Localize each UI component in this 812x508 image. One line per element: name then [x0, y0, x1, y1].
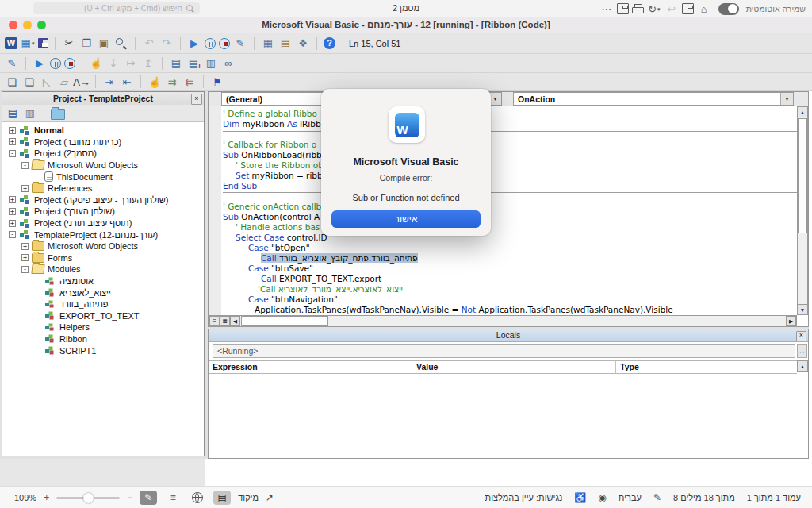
quick-watch-button[interactable]: ∞ — [221, 56, 236, 71]
code-line[interactable]: Dim myRibbon As IRibb — [223, 119, 799, 129]
code-line[interactable]: Call EXPORT_TO_TEXT.export — [223, 274, 799, 284]
tree-item[interactable]: -TemplateProject (עורך-מנחם-12) — [2, 229, 204, 241]
toggle-folders-button[interactable] — [51, 109, 65, 120]
watch-window-button[interactable]: ▥ — [204, 56, 218, 71]
tree-item[interactable]: אוטומציה — [2, 275, 204, 287]
design-mode-button[interactable]: ✎ — [5, 56, 19, 71]
expand-icon[interactable]: + — [9, 208, 16, 215]
code-line[interactable]: Application.TaskPanes(wdTaskPaneNav).Vis… — [223, 305, 799, 315]
expand-icon[interactable]: ↗ — [266, 492, 274, 503]
tree-item[interactable]: +Normal — [2, 125, 204, 137]
code-line[interactable]: Case "btOpen" — [223, 243, 799, 253]
full-module-view-button[interactable]: ≣ — [220, 316, 230, 326]
expand-icon[interactable]: + — [21, 185, 29, 192]
expand-icon[interactable]: + — [9, 196, 16, 203]
code-line[interactable]: ' Generic onAction callb — [223, 202, 799, 212]
code-line[interactable]: Case "btnNavigation" — [223, 294, 799, 305]
object-browser-button[interactable]: ❖ — [296, 37, 310, 51]
tree-item[interactable]: -Project (מסמך2) — [2, 148, 204, 160]
tree-item[interactable]: פתיחה_בוורד — [2, 298, 204, 310]
paste-button[interactable]: ▣ — [97, 37, 111, 51]
quick-info-button[interactable]: ◺ — [40, 75, 54, 89]
tree-item[interactable]: +Project (שולחן העורך) — [2, 206, 204, 217]
tree-item[interactable]: Helpers — [2, 321, 204, 333]
expand-icon[interactable]: + — [9, 138, 16, 145]
vertical-scroll-thumb[interactable] — [798, 118, 807, 233]
toggle-breakpoint-button[interactable]: ☝ — [89, 56, 103, 71]
tree-item[interactable]: SCRIPT1 — [2, 344, 204, 356]
undo-icon[interactable]: ↩ — [665, 2, 679, 16]
view-word-button[interactable]: W — [5, 37, 17, 49]
code-line[interactable]: End Sub — [223, 181, 799, 191]
code-line[interactable]: Set myRibbon = ribb — [223, 171, 799, 181]
zoom-slider-thumb[interactable] — [83, 493, 94, 503]
indent-button[interactable]: ⇥ — [102, 75, 117, 89]
reset-button[interactable] — [219, 38, 230, 49]
outline-view-button[interactable]: ≡ — [164, 491, 182, 505]
web-layout-button[interactable] — [189, 491, 206, 505]
code-line[interactable]: ' Handle actions bas — [223, 222, 799, 233]
find-button[interactable] — [114, 37, 128, 51]
insert-userform-button[interactable]: ▦▾ — [21, 37, 35, 51]
code-line[interactable]: 'Call ייצוא_לאוצריא.ייצא_מוורד_לאוצריא — [223, 284, 799, 294]
procedure-view-button[interactable]: ≡ — [209, 316, 220, 326]
focus-mode-label[interactable]: מיקוד — [238, 493, 259, 502]
break-button[interactable] — [205, 38, 216, 49]
zoom-slider[interactable] — [56, 497, 120, 499]
locals-scroll-up-button[interactable]: ▲ — [797, 360, 808, 372]
code-line[interactable]: Sub OnRibbonLoad(ribb — [223, 150, 799, 160]
column-value[interactable]: Value — [412, 361, 616, 373]
procedure-dropdown-arrow[interactable]: ▼ — [780, 93, 793, 105]
code-editor[interactable]: ' Define a global RibboDim myRibbon As I… — [221, 106, 799, 315]
zoom-in-button[interactable]: + — [44, 492, 49, 503]
expand-icon[interactable]: + — [21, 243, 29, 250]
save-icon[interactable] — [682, 3, 694, 14]
save-button[interactable] — [38, 38, 48, 48]
redo-icon[interactable]: ↻▾ — [647, 2, 661, 16]
save-as-icon[interactable] — [617, 3, 629, 14]
run-button[interactable]: ▶ — [187, 37, 201, 51]
tree-item[interactable]: ThisDocument — [2, 171, 204, 183]
scroll-right-button[interactable]: ▶ — [786, 316, 796, 326]
project-panel-close-button[interactable]: × — [191, 94, 202, 105]
expand-icon[interactable]: + — [9, 127, 16, 134]
page-number-label[interactable]: עמוד 1 מתוך 1 — [747, 493, 801, 502]
breakpoint-margin[interactable] — [209, 106, 222, 315]
proofing-icon[interactable]: ✎ — [653, 492, 661, 503]
project-explorer-button[interactable]: ▦ — [261, 37, 275, 51]
view-code-button[interactable]: ▤ — [6, 106, 20, 121]
horizontal-scroll-thumb[interactable] — [241, 316, 328, 326]
project-panel-header[interactable]: Project - TemplateProject — [2, 92, 204, 106]
list-properties-button[interactable]: ❏ — [5, 75, 19, 89]
vb-titlebar[interactable]: Microsoft Visual Basic - עורך-מנחם - 12 … — [0, 17, 812, 34]
scroll-up-button[interactable]: ▲ — [797, 106, 808, 117]
collapse-icon[interactable]: - — [9, 150, 16, 157]
undo-button[interactable]: ↶ — [142, 37, 156, 51]
more-icon[interactable]: ⋯ — [599, 2, 614, 16]
search-input[interactable]: חיפוש (Cmd + מקש U + Ctrl) — [33, 2, 200, 14]
code-line[interactable]: Sub OnAction(control A — [223, 212, 799, 222]
outdent-button[interactable]: ⇤ — [120, 75, 134, 89]
code-line[interactable]: Call פתיחה_בוורד.פתח_קובץ_אוצריא_בוורד — [223, 253, 799, 264]
tree-item[interactable]: ייצוא_לאוצריא — [2, 287, 204, 298]
help-button[interactable]: ? — [324, 37, 335, 49]
comment-block-button[interactable]: ⇉ — [165, 75, 179, 89]
code-line[interactable]: Select Case control.ID — [223, 233, 799, 243]
code-line[interactable]: ' Define a global Ribbo — [223, 109, 799, 119]
run-button[interactable]: ▶ — [33, 56, 47, 71]
tree-item[interactable]: -Modules — [2, 264, 204, 275]
accessibility-icon[interactable]: ♿ — [574, 492, 586, 503]
immediate-window-button[interactable]: ▤! — [186, 56, 201, 71]
collapse-icon[interactable]: - — [21, 162, 29, 169]
home-icon[interactable]: ⌂ — [697, 2, 711, 16]
ok-button[interactable]: אישור — [331, 210, 481, 228]
autosave-toggle[interactable] — [718, 3, 739, 15]
bookmark-button[interactable]: ⚑ — [210, 75, 224, 89]
zoom-out-button[interactable]: − — [127, 492, 132, 503]
print-layout-button[interactable]: ▤ — [213, 491, 231, 505]
locals-header[interactable]: Locals — [209, 329, 808, 342]
complete-word-button[interactable]: A→ — [75, 75, 89, 89]
tree-item[interactable]: EXPORT_TO_TEXT — [2, 310, 204, 322]
collapse-icon[interactable]: - — [9, 231, 16, 238]
tree-item[interactable]: +Forms — [2, 252, 204, 264]
